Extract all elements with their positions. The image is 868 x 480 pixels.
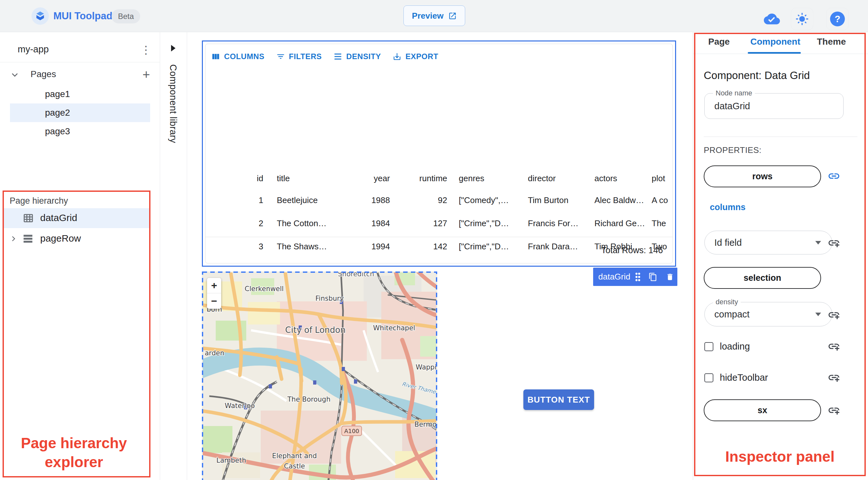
add-link-icon[interactable] [828,309,840,321]
filter-list-icon [276,52,285,61]
inspector-panel: Page Component Theme Component: Data Gri… [693,32,868,480]
map-label: The Borough [287,395,331,403]
help-icon[interactable]: ? [826,8,849,30]
zoom-in-button[interactable]: + [207,278,221,293]
sx-property-button[interactable]: sx [704,399,821,421]
density-icon [333,52,342,61]
properties-label: PROPERTIES: [704,145,762,155]
page-hierarchy-annotation-text: Page hierarchy explorer [10,434,138,472]
beta-badge: Beta [112,9,140,24]
export-button[interactable]: EXPORT [393,52,438,61]
total-rows-label: Total Rows: 146 [601,246,663,255]
node-name-field[interactable]: Node name dataGrid [704,93,843,119]
density-button[interactable]: DENSITY [333,52,381,61]
link-icon[interactable] [828,170,840,183]
zoom-out-button[interactable]: − [207,293,221,309]
chevron-right-icon[interactable] [9,234,18,243]
download-icon [393,52,402,61]
datagrid-footer: Total Rows: 146 [206,237,673,263]
tab-theme[interactable]: Theme [817,37,846,47]
add-page-icon[interactable]: + [139,67,154,82]
toolpad-logo-icon[interactable] [31,7,49,25]
view-column-icon [211,52,220,61]
tab-page[interactable]: Page [708,37,730,47]
hierarchy-item-label: pageRow [40,233,81,244]
map-label: Waterloo [225,402,255,410]
id-field-select[interactable]: Id field [704,231,832,254]
map-label: Bermondsey [414,421,436,428]
grid-icon [23,212,34,224]
loading-checkbox[interactable] [704,342,713,351]
component-title: Component: Data Grid [704,69,810,82]
add-link-icon[interactable] [828,371,840,384]
hidetoolbar-checkbox[interactable] [704,373,713,382]
hierarchy-item-pagerow[interactable]: pageRow [4,229,150,249]
add-link-icon[interactable] [828,404,840,417]
chevron-down-icon [815,313,821,316]
app-name-row: my-app ⋮ [0,38,160,62]
selection-property-button[interactable]: selection [704,267,821,289]
preview-button[interactable]: Preview [403,5,465,26]
rows-icon [23,234,34,246]
selected-node-chip[interactable]: dataGrid [593,268,677,286]
map-label: Wapping [416,363,436,371]
hierarchy-item-datagrid[interactable]: dataGrid [4,208,150,228]
hidetoolbar-label: hideToolbar [720,372,768,383]
map-label: arden [205,349,224,357]
sidebar-item-page2[interactable]: page2 [10,103,150,122]
app-name: my-app [18,44,49,55]
divider [0,62,160,62]
map-label: Shoreditch [338,273,374,278]
map-label: Elephant and [272,452,317,460]
node-name-value: dataGrid [714,101,750,111]
map-component[interactable]: Shoreditch Clerkenwell Finsbury born Cit… [202,271,437,480]
map-label: Lambeth [216,456,246,464]
duplicate-icon[interactable] [648,273,657,282]
datagrid-component[interactable]: COLUMNS FILTERS DENSITY EXPORT id title … [205,44,673,263]
delete-icon[interactable] [666,273,674,282]
chevron-down-icon[interactable] [10,70,20,80]
inspector-annotation-text: Inspector panel [712,447,847,466]
add-link-icon[interactable] [828,236,840,249]
component-library-panel[interactable]: Component library [160,32,187,480]
map-label: Clerkenwell [245,285,283,293]
inspector-tabs: Page Component Theme [693,32,868,54]
app-header: MUI Toolpad Beta Preview ? [0,0,868,32]
divider [704,136,858,137]
datagrid-toolbar: COLUMNS FILTERS DENSITY EXPORT [206,44,673,69]
density-select[interactable]: density compact [704,302,832,326]
hierarchy-item-label: dataGrid [40,212,77,223]
filters-button[interactable]: FILTERS [276,52,322,61]
sidebar-item-page3[interactable]: page3 [10,122,150,141]
add-link-icon[interactable] [828,340,840,353]
expand-arrow-icon[interactable] [170,44,177,52]
tab-component[interactable]: Component [750,37,801,47]
map-zoom-control: + − [207,278,221,309]
light-mode-icon[interactable] [791,8,813,30]
map-canvas: Shoreditch Clerkenwell Finsbury born Cit… [203,273,436,480]
map-label: Finsbury [315,295,344,302]
selected-node-label: dataGrid [598,272,630,282]
map-label: Castle [284,462,305,470]
cloud-done-icon[interactable] [761,8,783,30]
map-label: City of London [285,325,346,335]
more-vert-icon[interactable]: ⋮ [139,40,153,59]
sidebar: my-app ⋮ Pages + page1 page2 page3 Page … [0,32,160,480]
loading-label: loading [720,341,750,352]
sidebar-item-page1[interactable]: page1 [10,85,150,103]
road-badge-a100: A100 [342,426,362,436]
rows-property-button[interactable]: rows [704,165,821,187]
component-library-label: Component library [168,64,179,143]
map-label: Whitechapel [373,324,415,332]
columns-property-link[interactable]: columns [710,202,745,212]
canvas-button[interactable]: BUTTON TEXT [523,389,594,410]
drag-handle-icon[interactable] [634,272,641,282]
columns-button[interactable]: COLUMNS [211,52,265,61]
pages-section-header[interactable]: Pages + [0,66,160,84]
app-title: MUI Toolpad [53,10,113,22]
density-label: density [713,298,741,306]
pages-section-label: Pages [31,69,56,79]
node-name-label: Node name [713,89,755,97]
page-hierarchy-title: Page hierarchy [10,196,68,206]
chevron-down-icon [815,241,821,245]
